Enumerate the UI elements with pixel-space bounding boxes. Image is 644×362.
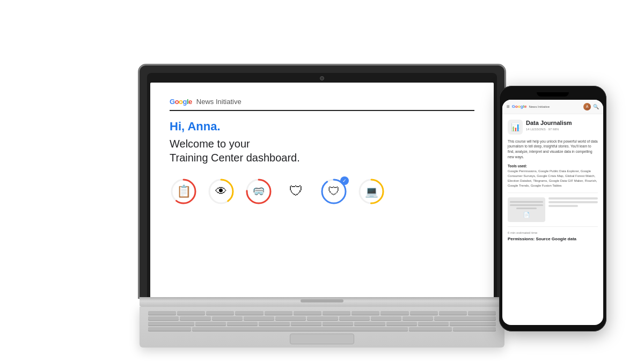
keyboard-spacebar-row xyxy=(148,327,496,331)
key xyxy=(275,316,306,320)
phone-tools-label: Tools used: xyxy=(508,164,598,168)
key xyxy=(195,322,226,326)
key xyxy=(453,327,496,331)
phone-lesson-text-block xyxy=(548,197,598,222)
phone-nav-site: News Initiative xyxy=(529,105,581,108)
hamburger-icon: ≡ xyxy=(507,104,510,109)
vr-icon: 🥽 xyxy=(253,186,265,197)
key xyxy=(323,311,350,315)
check-badge: ✓ xyxy=(340,176,349,185)
shield-icon: 🛡 xyxy=(289,183,303,200)
phone-search-icon: 🔍 xyxy=(593,104,599,109)
phone-lesson-title: Permissions: Source Google data xyxy=(508,237,598,241)
key xyxy=(212,316,243,320)
key xyxy=(409,327,452,331)
laptop-hinge xyxy=(140,297,504,307)
laptop-bezel: Google News Initiative Hi, Anna. Welcome… xyxy=(147,73,497,297)
phone-course-description: This course will help you unlock the pow… xyxy=(508,139,598,160)
phone-course-title-block: Data Journalism 14 LESSONS · 97 MIN xyxy=(526,120,598,131)
phone-screen: ≡ Google News Initiative A 🔍 📊 Data Jour… xyxy=(502,100,603,325)
phone-course-meta: 14 LESSONS · 97 MIN xyxy=(526,128,598,131)
phone-course-title: Data Journalism xyxy=(526,120,598,127)
spacebar-key xyxy=(192,327,407,331)
phone-avatar: A xyxy=(583,103,591,110)
phone: ≡ Google News Initiative A 🔍 📊 Data Jour… xyxy=(499,86,606,331)
keyboard-row-3 xyxy=(148,322,496,326)
phone-lesson-thumbnail: 📄 xyxy=(508,197,545,222)
key xyxy=(323,322,353,326)
phone-lesson-preview: 📄 xyxy=(508,197,598,222)
screen-header: Google News Initiative xyxy=(170,98,474,106)
course-icon-shield: 🛡 xyxy=(282,178,310,205)
key xyxy=(386,322,417,326)
laptop-screen-container: Google News Initiative Hi, Anna. Welcome… xyxy=(140,65,504,297)
key xyxy=(450,322,496,326)
key xyxy=(177,311,205,315)
key xyxy=(294,311,321,315)
key xyxy=(148,322,194,326)
key xyxy=(468,311,496,315)
phone-content: 📊 Data Journalism 14 LESSONS · 97 MIN Th… xyxy=(502,114,603,245)
key xyxy=(439,311,467,315)
keyboard-row-2 xyxy=(148,316,496,320)
key xyxy=(206,311,234,315)
key xyxy=(227,322,258,326)
device-icon: 💻 xyxy=(365,185,378,198)
trackpad xyxy=(290,334,354,344)
key xyxy=(418,322,449,326)
key xyxy=(259,322,289,326)
course-icon-shield-check: ✓ 🛡 xyxy=(320,178,348,205)
key xyxy=(307,316,338,320)
phone-divider-1 xyxy=(508,193,598,193)
laptop-base xyxy=(140,307,504,348)
key xyxy=(352,311,379,315)
greeting-text: Hi, Anna. xyxy=(170,120,474,134)
keyboard xyxy=(148,311,496,331)
laptop: Google News Initiative Hi, Anna. Welcome… xyxy=(140,65,504,348)
eye-icon: 👁 xyxy=(215,184,227,198)
key xyxy=(148,311,176,315)
key xyxy=(265,311,292,315)
scene: Google News Initiative Hi, Anna. Welcome… xyxy=(27,15,617,348)
key xyxy=(402,316,433,320)
course-icon-device: 💻 xyxy=(357,178,385,205)
phone-tools-text: Google Permissions, Google Public Data E… xyxy=(508,169,598,188)
header-divider xyxy=(170,110,474,111)
keyboard-row-1 xyxy=(148,311,496,315)
phone-body: ≡ Google News Initiative A 🔍 📊 Data Jour… xyxy=(499,86,606,331)
phone-course-header: 📊 Data Journalism 14 LESSONS · 97 MIN xyxy=(508,120,598,135)
phone-divider-2 xyxy=(508,226,598,227)
course-icons-row: 📋 👁 xyxy=(170,178,474,205)
key xyxy=(148,316,179,320)
course-icon-eye: 👁 xyxy=(207,178,235,205)
google-logo: Google xyxy=(170,98,192,106)
laptop-screen: Google News Initiative Hi, Anna. Welcome… xyxy=(150,83,494,297)
key xyxy=(354,322,385,326)
course-icon-clipboard: 📋 xyxy=(170,178,197,205)
key xyxy=(180,316,210,320)
lesson-thumbnail-icon: 📄 xyxy=(523,212,530,218)
key xyxy=(291,322,321,326)
clipboard-icon: 📋 xyxy=(177,184,191,198)
key xyxy=(380,311,408,315)
key xyxy=(371,316,401,320)
key xyxy=(244,316,274,320)
key xyxy=(148,327,191,331)
phone-course-icon: 📊 xyxy=(508,120,523,135)
key xyxy=(235,311,263,315)
key xyxy=(339,316,370,320)
course-icon-vr: 🥽 xyxy=(245,178,273,205)
shield-check-icon: 🛡 xyxy=(328,184,340,198)
phone-google-logo: Google xyxy=(512,104,527,109)
phone-notch xyxy=(537,92,569,97)
phone-lesson-time: 6 min estimated time xyxy=(508,231,598,234)
laptop-webcam xyxy=(320,76,324,80)
initiative-text: News Initiative xyxy=(196,98,241,106)
phone-nav: ≡ Google News Initiative A 🔍 xyxy=(502,100,603,114)
welcome-text: Welcome to your Training Center dashboar… xyxy=(170,137,474,165)
key xyxy=(434,316,496,320)
key xyxy=(410,311,438,315)
